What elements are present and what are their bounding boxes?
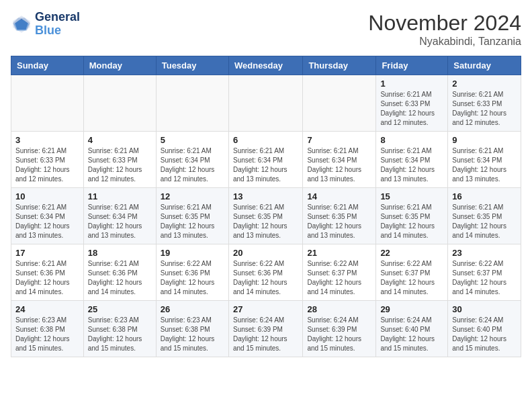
calendar: SundayMondayTuesdayWednesdayThursdayFrid… <box>11 56 521 357</box>
day-info: Sunrise: 6:22 AM Sunset: 6:36 PM Dayligh… <box>161 259 224 297</box>
calendar-week-row: 1Sunrise: 6:21 AM Sunset: 6:33 PM Daylig… <box>11 75 521 132</box>
calendar-cell: 26Sunrise: 6:23 AM Sunset: 6:38 PM Dayli… <box>156 301 228 357</box>
day-number: 14 <box>307 191 371 201</box>
day-number: 10 <box>15 191 79 201</box>
calendar-cell: 28Sunrise: 6:24 AM Sunset: 6:39 PM Dayli… <box>303 301 376 357</box>
weekday-header: Friday <box>376 56 448 75</box>
day-info: Sunrise: 6:21 AM Sunset: 6:35 PM Dayligh… <box>452 203 517 240</box>
calendar-cell <box>11 75 84 132</box>
day-info: Sunrise: 6:21 AM Sunset: 6:36 PM Dayligh… <box>15 259 79 297</box>
calendar-week-row: 24Sunrise: 6:23 AM Sunset: 6:38 PM Dayli… <box>11 301 521 357</box>
weekday-header: Sunday <box>11 56 84 75</box>
day-info: Sunrise: 6:21 AM Sunset: 6:34 PM Dayligh… <box>452 146 517 184</box>
calendar-cell: 5Sunrise: 6:21 AM Sunset: 6:34 PM Daylig… <box>156 132 228 188</box>
calendar-cell: 29Sunrise: 6:24 AM Sunset: 6:40 PM Dayli… <box>376 301 448 357</box>
day-number: 17 <box>15 248 79 258</box>
day-info: Sunrise: 6:23 AM Sunset: 6:38 PM Dayligh… <box>88 316 152 353</box>
calendar-cell <box>83 75 156 132</box>
calendar-cell <box>228 75 302 132</box>
weekday-header: Thursday <box>303 56 376 75</box>
day-number: 11 <box>88 191 152 201</box>
day-info: Sunrise: 6:23 AM Sunset: 6:38 PM Dayligh… <box>161 316 224 353</box>
day-number: 6 <box>233 135 298 145</box>
day-number: 8 <box>380 135 443 145</box>
weekday-header: Tuesday <box>156 56 228 75</box>
day-number: 1 <box>380 79 443 89</box>
calendar-cell: 3Sunrise: 6:21 AM Sunset: 6:33 PM Daylig… <box>11 132 84 188</box>
calendar-cell: 23Sunrise: 6:22 AM Sunset: 6:37 PM Dayli… <box>448 244 521 301</box>
day-info: Sunrise: 6:22 AM Sunset: 6:37 PM Dayligh… <box>380 259 443 297</box>
day-info: Sunrise: 6:24 AM Sunset: 6:39 PM Dayligh… <box>233 316 298 353</box>
day-info: Sunrise: 6:21 AM Sunset: 6:34 PM Dayligh… <box>161 146 224 184</box>
day-info: Sunrise: 6:21 AM Sunset: 6:35 PM Dayligh… <box>380 203 443 240</box>
day-number: 30 <box>452 304 517 314</box>
day-info: Sunrise: 6:21 AM Sunset: 6:35 PM Dayligh… <box>161 203 224 240</box>
day-number: 12 <box>161 191 224 201</box>
day-number: 4 <box>88 135 152 145</box>
day-info: Sunrise: 6:21 AM Sunset: 6:34 PM Dayligh… <box>88 203 152 240</box>
day-info: Sunrise: 6:21 AM Sunset: 6:33 PM Dayligh… <box>15 146 79 184</box>
day-number: 27 <box>233 304 298 314</box>
day-info: Sunrise: 6:23 AM Sunset: 6:38 PM Dayligh… <box>15 316 79 353</box>
day-number: 29 <box>380 304 443 314</box>
day-number: 24 <box>15 304 79 314</box>
weekday-header: Saturday <box>448 56 521 75</box>
day-number: 18 <box>88 248 152 258</box>
calendar-cell: 6Sunrise: 6:21 AM Sunset: 6:34 PM Daylig… <box>228 132 302 188</box>
weekday-header-row: SundayMondayTuesdayWednesdayThursdayFrid… <box>11 56 521 75</box>
calendar-cell: 11Sunrise: 6:21 AM Sunset: 6:34 PM Dayli… <box>83 188 156 244</box>
logo-icon <box>11 13 32 35</box>
day-number: 28 <box>307 304 371 314</box>
calendar-cell: 25Sunrise: 6:23 AM Sunset: 6:38 PM Dayli… <box>83 301 156 357</box>
calendar-cell: 15Sunrise: 6:21 AM Sunset: 6:35 PM Dayli… <box>376 188 448 244</box>
calendar-cell: 19Sunrise: 6:22 AM Sunset: 6:36 PM Dayli… <box>156 244 228 301</box>
day-info: Sunrise: 6:21 AM Sunset: 6:33 PM Dayligh… <box>88 146 152 184</box>
calendar-cell: 17Sunrise: 6:21 AM Sunset: 6:36 PM Dayli… <box>11 244 84 301</box>
day-info: Sunrise: 6:24 AM Sunset: 6:39 PM Dayligh… <box>307 316 371 353</box>
calendar-cell: 7Sunrise: 6:21 AM Sunset: 6:34 PM Daylig… <box>303 132 376 188</box>
day-number: 16 <box>452 191 517 201</box>
day-info: Sunrise: 6:22 AM Sunset: 6:36 PM Dayligh… <box>233 259 298 297</box>
day-info: Sunrise: 6:21 AM Sunset: 6:34 PM Dayligh… <box>307 146 371 184</box>
title-area: November 2024 Nyakabindi, Tanzania <box>368 11 521 48</box>
calendar-cell: 4Sunrise: 6:21 AM Sunset: 6:33 PM Daylig… <box>83 132 156 188</box>
calendar-cell: 18Sunrise: 6:21 AM Sunset: 6:36 PM Dayli… <box>83 244 156 301</box>
day-info: Sunrise: 6:22 AM Sunset: 6:37 PM Dayligh… <box>307 259 371 297</box>
calendar-cell: 13Sunrise: 6:21 AM Sunset: 6:35 PM Dayli… <box>228 188 302 244</box>
calendar-cell: 16Sunrise: 6:21 AM Sunset: 6:35 PM Dayli… <box>448 188 521 244</box>
calendar-week-row: 3Sunrise: 6:21 AM Sunset: 6:33 PM Daylig… <box>11 132 521 188</box>
calendar-cell <box>303 75 376 132</box>
day-info: Sunrise: 6:21 AM Sunset: 6:36 PM Dayligh… <box>88 259 152 297</box>
day-info: Sunrise: 6:21 AM Sunset: 6:35 PM Dayligh… <box>233 203 298 240</box>
day-number: 26 <box>161 304 224 314</box>
day-number: 21 <box>307 248 371 258</box>
day-info: Sunrise: 6:21 AM Sunset: 6:34 PM Dayligh… <box>380 146 443 184</box>
calendar-cell: 1Sunrise: 6:21 AM Sunset: 6:33 PM Daylig… <box>376 75 448 132</box>
calendar-cell: 10Sunrise: 6:21 AM Sunset: 6:34 PM Dayli… <box>11 188 84 244</box>
day-number: 19 <box>161 248 224 258</box>
day-number: 20 <box>233 248 298 258</box>
calendar-cell: 30Sunrise: 6:24 AM Sunset: 6:40 PM Dayli… <box>448 301 521 357</box>
calendar-cell: 12Sunrise: 6:21 AM Sunset: 6:35 PM Dayli… <box>156 188 228 244</box>
day-number: 2 <box>452 79 517 89</box>
calendar-week-row: 17Sunrise: 6:21 AM Sunset: 6:36 PM Dayli… <box>11 244 521 301</box>
day-number: 23 <box>452 248 517 258</box>
logo-text: General Blue <box>35 11 80 38</box>
day-number: 13 <box>233 191 298 201</box>
calendar-cell: 9Sunrise: 6:21 AM Sunset: 6:34 PM Daylig… <box>448 132 521 188</box>
calendar-cell: 27Sunrise: 6:24 AM Sunset: 6:39 PM Dayli… <box>228 301 302 357</box>
day-info: Sunrise: 6:24 AM Sunset: 6:40 PM Dayligh… <box>452 316 517 353</box>
day-number: 15 <box>380 191 443 201</box>
day-number: 9 <box>452 135 517 145</box>
day-info: Sunrise: 6:21 AM Sunset: 6:34 PM Dayligh… <box>15 203 79 240</box>
day-number: 7 <box>307 135 371 145</box>
location: Nyakabindi, Tanzania <box>368 36 521 48</box>
calendar-cell <box>156 75 228 132</box>
calendar-cell: 14Sunrise: 6:21 AM Sunset: 6:35 PM Dayli… <box>303 188 376 244</box>
day-info: Sunrise: 6:21 AM Sunset: 6:33 PM Dayligh… <box>380 90 443 128</box>
calendar-cell: 8Sunrise: 6:21 AM Sunset: 6:34 PM Daylig… <box>376 132 448 188</box>
day-info: Sunrise: 6:21 AM Sunset: 6:33 PM Dayligh… <box>452 90 517 128</box>
logo: General Blue <box>11 11 80 38</box>
month-title: November 2024 <box>368 11 521 36</box>
calendar-cell: 22Sunrise: 6:22 AM Sunset: 6:37 PM Dayli… <box>376 244 448 301</box>
